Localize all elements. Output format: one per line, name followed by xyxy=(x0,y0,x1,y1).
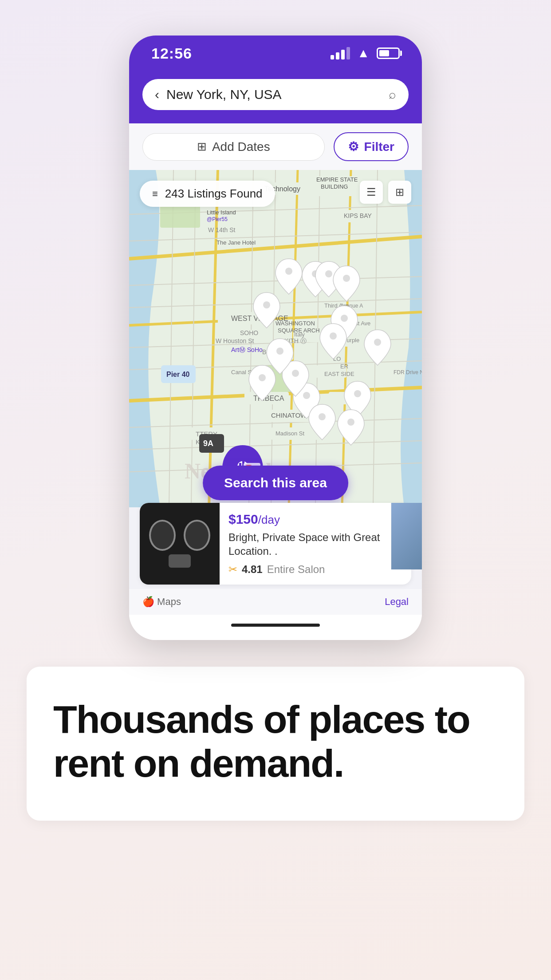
listing-card-peek xyxy=(391,503,422,569)
maps-footer: 🍎 Maps Legal xyxy=(129,589,422,615)
svg-rect-23 xyxy=(267,365,298,392)
svg-text:BUILDING: BUILDING xyxy=(321,183,348,190)
signal-bar-3 xyxy=(341,50,345,59)
search-area-button[interactable]: Search this area xyxy=(203,466,348,500)
person-icon: ✂ xyxy=(228,563,237,576)
filter-button[interactable]: ⚙ Filter xyxy=(334,132,409,161)
svg-text:Madison St: Madison St xyxy=(276,430,304,437)
listings-count: 243 Listings Found xyxy=(165,187,263,201)
svg-text:W Houston St: W Houston St xyxy=(216,337,254,344)
listings-badge: ≡ 243 Listings Found xyxy=(140,181,275,207)
listing-image xyxy=(140,503,220,585)
svg-text:WASHINGTON: WASHINGTON xyxy=(276,320,315,327)
home-bar xyxy=(231,624,320,627)
map-view-toggle: ☰ ⊞ xyxy=(360,181,411,204)
map-container[interactable]: Technology EMPIRE STATE BUILDING KIPS BA… xyxy=(129,170,422,507)
calendar-icon: ⊞ xyxy=(197,140,207,154)
filter-sliders-icon: ⚙ xyxy=(348,139,359,154)
salon-mirror-1 xyxy=(149,520,176,551)
svg-text:EMPIRE STATE: EMPIRE STATE xyxy=(316,176,358,183)
list-icon: ≡ xyxy=(152,188,158,200)
svg-text:Pier 40: Pier 40 xyxy=(166,371,190,378)
svg-text:TRIBECA: TRIBECA xyxy=(253,395,284,402)
svg-text:KITH ⓝ: KITH ⓝ xyxy=(284,337,307,344)
map-background: Technology EMPIRE STATE BUILDING KIPS BA… xyxy=(129,170,422,507)
apple-maps-logo: 🍎 Maps xyxy=(142,596,181,608)
signal-bar-1 xyxy=(331,55,334,59)
svg-text:Li: Li xyxy=(258,377,263,384)
salon-mirror-2 xyxy=(184,520,210,551)
svg-text:EAST SIDE: EAST SIDE xyxy=(324,371,354,377)
svg-rect-35 xyxy=(329,392,360,404)
signal-bar-4 xyxy=(346,47,350,59)
svg-text:Canal St: Canal St xyxy=(231,369,253,375)
svg-text:W 14th St: W 14th St xyxy=(208,226,236,233)
status-bar: 12:56 ▲ xyxy=(129,36,422,71)
svg-text:LO: LO xyxy=(333,356,341,362)
svg-text:Little Island: Little Island xyxy=(207,209,236,216)
battery-icon xyxy=(377,47,400,59)
listing-card[interactable]: $150/day Bright, Private Space with Grea… xyxy=(140,503,411,585)
svg-text:@Pier55: @Pier55 xyxy=(207,216,228,222)
add-dates-label: Add Dates xyxy=(212,140,270,154)
listing-card-container: $150/day Bright, Private Space with Grea… xyxy=(129,507,422,589)
search-input-value[interactable]: New York, NY, USA xyxy=(166,87,382,102)
listing-rating: 4.81 xyxy=(242,563,263,576)
svg-text:First Ave: First Ave xyxy=(348,320,370,327)
listing-meta: ✂ 4.81 Entire Salon xyxy=(228,563,402,576)
filter-bar: ⊞ Add Dates ⚙ Filter xyxy=(129,123,422,170)
search-icon[interactable]: ⌕ xyxy=(389,87,396,102)
phone-shell: 12:56 ▲ ‹ New York, NY, USA ⌕ ⊞ Add Date… xyxy=(129,36,422,640)
grid-view-button[interactable]: ⊞ xyxy=(388,181,411,204)
peek-image xyxy=(391,503,422,569)
salon-mirrors xyxy=(147,520,212,551)
legal-link[interactable]: Legal xyxy=(385,596,409,608)
salon-chair xyxy=(169,554,191,568)
listing-title: Bright, Private Space with Great Locatio… xyxy=(228,530,402,558)
price-unit: /day xyxy=(258,513,280,526)
svg-text:Mr. Purple: Mr. Purple xyxy=(333,337,359,344)
svg-text:Avenue A: Avenue A xyxy=(340,303,363,309)
listing-price: $150/day xyxy=(228,512,402,527)
svg-text:WEST VIL: WEST VIL xyxy=(231,315,264,322)
status-time: 12:56 xyxy=(151,45,192,62)
status-icons: ▲ xyxy=(331,46,400,60)
svg-text:FDR Drive N: FDR Drive N xyxy=(394,369,422,375)
svg-text:ArtⓂ SoHo: ArtⓂ SoHo xyxy=(231,346,263,353)
bottom-headline: Thousands of places to rent on demand. xyxy=(53,698,498,785)
bottom-section: Thousands of places to rent on demand. xyxy=(27,667,524,821)
svg-text:SOHO: SOHO xyxy=(240,329,258,336)
svg-text:SQUARE ARCH: SQUARE ARCH xyxy=(278,327,320,334)
nav-bar: ‹ New York, NY, USA ⌕ xyxy=(129,71,422,123)
home-indicator xyxy=(129,615,422,640)
svg-text:KIPS BAY: KIPS BAY xyxy=(344,212,372,219)
filter-label: Filter xyxy=(364,140,394,154)
salon-image xyxy=(140,503,220,585)
svg-text:The Jane Hotel: The Jane Hotel xyxy=(216,239,256,246)
list-view-button[interactable]: ☰ xyxy=(360,181,383,204)
svg-text:Bowery: Bowery xyxy=(262,348,283,356)
svg-text:ER: ER xyxy=(340,363,348,370)
signal-bar-2 xyxy=(336,52,339,59)
listing-type: Entire Salon xyxy=(267,563,325,576)
wifi-icon: ▲ xyxy=(357,46,370,60)
svg-text:9A: 9A xyxy=(203,439,213,448)
listing-info: $150/day Bright, Private Space with Grea… xyxy=(220,503,411,585)
add-dates-button[interactable]: ⊞ Add Dates xyxy=(142,133,325,161)
back-button[interactable]: ‹ xyxy=(155,88,159,101)
battery-fill xyxy=(379,50,389,56)
search-bar[interactable]: ‹ New York, NY, USA ⌕ xyxy=(142,79,409,110)
price-value: $150 xyxy=(228,512,258,526)
signal-bars-icon xyxy=(331,47,350,59)
svg-text:CHINATOWN: CHINATOWN xyxy=(271,411,311,419)
